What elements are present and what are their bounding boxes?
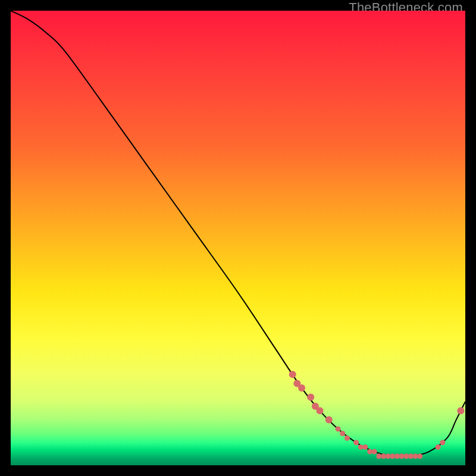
marker-group	[289, 371, 465, 459]
marker-dot	[298, 384, 305, 392]
marker-dot	[376, 453, 381, 459]
marker-dot	[336, 426, 341, 431]
marker-dot	[325, 416, 333, 424]
marker-dot	[340, 431, 345, 436]
marker-dot	[345, 436, 350, 441]
marker-dot	[353, 440, 359, 445]
marker-dot	[440, 440, 445, 445]
marker-dot	[307, 393, 314, 400]
marker-dot	[386, 453, 391, 459]
bottleneck-curve	[11, 11, 465, 457]
marker-dot	[408, 453, 414, 459]
marker-dot	[289, 371, 296, 378]
marker-dot	[399, 453, 405, 459]
marker-dot	[417, 453, 422, 459]
plot-area	[11, 11, 465, 465]
marker-dot	[362, 444, 368, 450]
chart-frame: TheBottleneck.com	[0, 0, 476, 476]
marker-dot	[317, 407, 324, 414]
marker-dot	[372, 449, 377, 455]
marker-dot	[457, 407, 464, 414]
marker-dot	[436, 444, 441, 450]
curve-svg	[11, 11, 465, 465]
